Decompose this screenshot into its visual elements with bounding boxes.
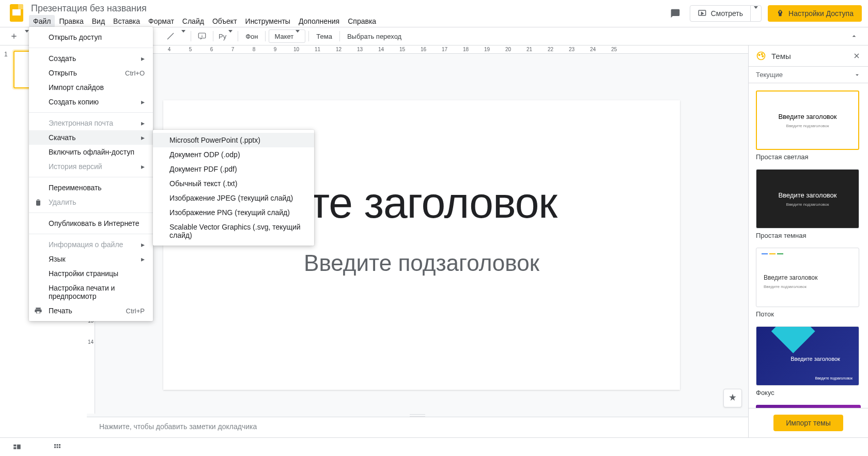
menu-addons[interactable]: Дополнения	[295, 15, 344, 27]
bottom-bar	[0, 437, 868, 456]
menu-slide[interactable]: Слайд	[178, 15, 208, 27]
separator	[339, 31, 340, 41]
menu-download[interactable]: Скачать▸	[29, 130, 153, 145]
speaker-notes[interactable]: Нажмите, чтобы добавить заметки докладчи…	[87, 417, 748, 437]
slides-logo[interactable]	[6, 2, 27, 22]
menu-edit[interactable]: Правка	[55, 15, 87, 27]
download-png[interactable]: Изображение PNG (текущий слайд)	[153, 205, 314, 220]
separator	[213, 31, 213, 41]
theme-preview-sub: Введите подзаголовок	[786, 124, 829, 128]
separator	[29, 212, 153, 213]
svg-rect-8	[17, 444, 21, 449]
present-label: Смотреть	[711, 9, 743, 18]
palette-icon	[756, 51, 766, 61]
theme-button[interactable]: Тема	[312, 33, 336, 40]
menu-file[interactable]: Файл	[29, 15, 55, 27]
close-themes-button[interactable]	[853, 52, 861, 60]
theme-preview-sub: Введите подзаголовок	[786, 202, 829, 207]
svg-rect-9	[54, 444, 56, 446]
theme-preview-sub: Введите подзаголовок	[764, 284, 807, 289]
share-button[interactable]: Настройки Доступа	[768, 5, 862, 22]
background-button[interactable]: Фон	[241, 33, 262, 40]
theme-focus[interactable]: Введите заголовок Введите подзаголовок	[756, 326, 859, 386]
layout-button[interactable]: Макет	[269, 29, 305, 43]
menu-make-copy[interactable]: Создать копию▸	[29, 95, 153, 109]
theme-label: Простая темная	[756, 232, 861, 239]
transition-button[interactable]: Выбрать переход	[343, 33, 406, 40]
download-pptx[interactable]: Microsoft PowerPoint (.pptx)	[153, 133, 314, 147]
theme-label: Простая светлая	[756, 153, 861, 161]
menu-print-preview[interactable]: Настройка печати и предпросмотр	[29, 281, 153, 303]
explore-button[interactable]	[723, 389, 742, 407]
svg-point-2	[757, 52, 765, 60]
separator	[265, 31, 266, 41]
menu-import-slides[interactable]: Импорт слайдов	[29, 80, 153, 95]
menu-page-setup[interactable]: Настройки страницы	[29, 266, 153, 281]
svg-rect-10	[57, 444, 58, 446]
present-button[interactable]: Смотреть	[690, 6, 750, 21]
ruler-horizontal: 1234567891011121314151617181920212223242…	[87, 45, 748, 54]
comment-tool[interactable]	[194, 29, 210, 43]
menu-publish[interactable]: Опубликовать в Интернете	[29, 216, 153, 231]
menu-tools[interactable]: Инструменты	[241, 15, 295, 27]
separator	[29, 112, 153, 113]
line-tool[interactable]	[163, 29, 178, 43]
menu-help[interactable]: Справка	[344, 15, 380, 27]
separator	[308, 31, 309, 41]
share-label: Настройки Доступа	[788, 9, 854, 18]
separator	[29, 48, 153, 48]
separator	[191, 31, 191, 41]
import-theme-button[interactable]: Импорт темы	[773, 415, 843, 431]
slide-subtitle-placeholder[interactable]: Введите подзаголовок	[163, 250, 680, 276]
menu-view[interactable]: Вид	[88, 15, 109, 27]
svg-rect-13	[57, 446, 58, 448]
filmstrip-view-icon[interactable]	[12, 443, 22, 452]
menu-print[interactable]: ПечатьCtrl+P	[29, 303, 153, 318]
menu-create[interactable]: Создать▸	[29, 51, 153, 66]
download-txt[interactable]: Обычный текст (.txt)	[153, 176, 314, 191]
menu-open-access[interactable]: Открыть доступ	[29, 30, 153, 44]
menu-email: Электронная почта▸	[29, 116, 153, 130]
svg-rect-11	[59, 444, 60, 446]
theme-simple-light[interactable]: Введите заголовок Введите подзаголовок	[756, 90, 859, 150]
menu-offline[interactable]: Включить офлайн-доступ	[29, 145, 153, 159]
menu-rename[interactable]: Переименовать	[29, 180, 153, 195]
svg-rect-12	[54, 446, 56, 448]
download-svg[interactable]: Scalable Vector Graphics (.svg, текущий …	[153, 220, 314, 242]
slide-number: 1	[4, 51, 10, 88]
theme-label: Поток	[756, 310, 861, 318]
theme-preview-title: Введите заголовок	[791, 356, 840, 362]
theme-preview-title: Введите заголовок	[778, 113, 836, 120]
transition-style[interactable]: Py	[216, 29, 235, 43]
doc-title[interactable]: Презентация без названия	[27, 2, 667, 15]
svg-point-3	[758, 54, 760, 56]
present-dropdown[interactable]	[750, 6, 761, 21]
menu-insert[interactable]: Вставка	[109, 15, 144, 27]
menu-file-info: Информация о файле▸	[29, 237, 153, 252]
theme-preview-title: Введите заголовок	[764, 274, 817, 281]
svg-rect-7	[13, 447, 16, 449]
menubar: Файл Правка Вид Вставка Формат Слайд Объ…	[27, 15, 667, 27]
chevron-down-icon	[854, 71, 861, 79]
download-jpeg[interactable]: Изображение JPEG (текущий слайд)	[153, 191, 314, 205]
menu-language[interactable]: Язык▸	[29, 252, 153, 266]
download-pdf[interactable]: Документ PDF (.pdf)	[153, 162, 314, 176]
svg-point-5	[762, 56, 764, 57]
svg-rect-6	[13, 444, 16, 446]
menu-history: История версий▸	[29, 159, 153, 174]
separator	[29, 177, 153, 177]
new-slide-button[interactable]	[6, 29, 22, 43]
comments-icon[interactable]	[667, 5, 684, 22]
download-odp[interactable]: Документ ODP (.odp)	[153, 147, 314, 162]
theme-simple-dark[interactable]: Введите заголовок Введите подзаголовок	[756, 169, 859, 229]
line-dropdown[interactable]	[179, 29, 188, 43]
collapse-toolbar[interactable]	[846, 29, 862, 43]
menu-open[interactable]: ОткрытьCtrl+O	[29, 66, 153, 80]
file-menu-dropdown: Открыть доступ Создать▸ ОткрытьCtrl+O Им…	[29, 27, 153, 321]
menu-format[interactable]: Формат	[144, 15, 178, 27]
theme-stream[interactable]: Введите заголовок Введите подзаголовок	[756, 248, 859, 307]
menu-object[interactable]: Объект	[208, 15, 241, 27]
current-theme-toggle[interactable]: Текущие	[749, 66, 868, 83]
grid-view-icon[interactable]	[53, 443, 62, 452]
separator	[29, 234, 153, 234]
